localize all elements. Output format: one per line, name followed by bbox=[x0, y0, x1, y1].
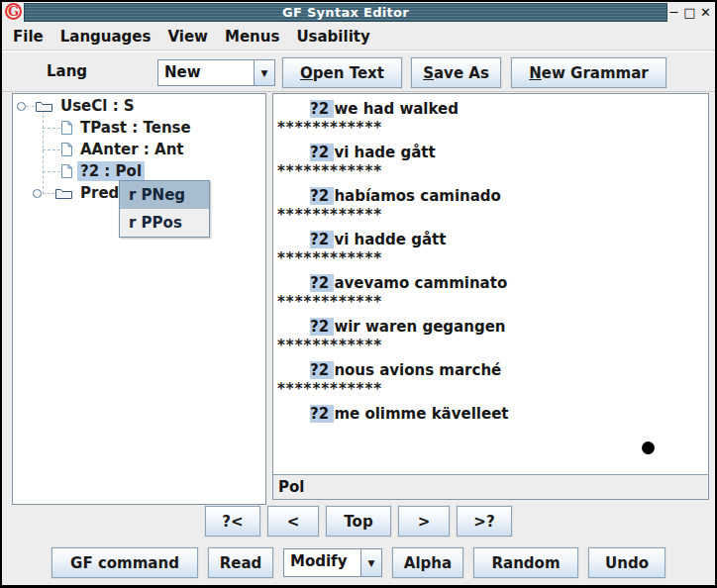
tree-connector bbox=[26, 106, 35, 107]
linearization-textarea[interactable]: ?2 we had walked ************ ?2 vi hade… bbox=[273, 94, 708, 475]
lang-combobox[interactable]: New ▼ bbox=[157, 59, 275, 86]
document-icon bbox=[60, 163, 73, 179]
navigation-row: ?< < Top > >? bbox=[2, 506, 715, 538]
new-grammar-button[interactable]: New Grammar bbox=[511, 57, 666, 88]
separator-stars: ************ bbox=[277, 338, 708, 359]
output-line: ?2 vi hadde gått bbox=[277, 229, 708, 250]
prev-metavariable-button[interactable]: ?< bbox=[205, 506, 260, 537]
modify-combobox[interactable]: Modify ▼ bbox=[283, 548, 382, 577]
modify-combobox-value: Modify bbox=[283, 548, 360, 577]
output-line: ?2 avevamo camminato bbox=[277, 272, 708, 294]
tree-connector bbox=[43, 193, 54, 194]
app-logo-icon: G bbox=[5, 3, 22, 20]
folder-icon bbox=[35, 99, 53, 113]
separator-stars: ************ bbox=[277, 120, 708, 142]
linearization-block: ?2 we had walked ************ bbox=[277, 98, 708, 142]
menu-bar: File Languages View Menus Usability bbox=[2, 24, 715, 50]
undo-button[interactable]: Undo bbox=[588, 547, 666, 578]
random-button[interactable]: Random bbox=[473, 547, 578, 578]
menu-file[interactable]: File bbox=[13, 28, 44, 46]
close-button[interactable]: ✕ bbox=[699, 2, 712, 23]
metavariable-highlight[interactable]: ?2 bbox=[310, 274, 334, 292]
linearization-block: ?2 avevamo camminato ************ bbox=[277, 272, 708, 316]
tree-connector bbox=[43, 110, 44, 194]
output-line: ?2 we had walked bbox=[277, 98, 708, 120]
open-text-button[interactable]: Open Text bbox=[282, 57, 402, 88]
alpha-button[interactable]: Alpha bbox=[392, 547, 463, 578]
document-icon bbox=[60, 142, 73, 157]
menu-menus[interactable]: Menus bbox=[225, 28, 279, 46]
output-line: ?2 me olimme kävelleet bbox=[277, 403, 708, 425]
output-line: ?2 vi hade gått bbox=[277, 142, 708, 163]
linearization-block: ?2 vi hadde gått ************ bbox=[277, 229, 708, 272]
syntax-tree-panel[interactable]: UseCl : S TPast : Tense AAnter : Ant ?2 … bbox=[12, 93, 266, 505]
titlebar: G GF Syntax Editor ─ □ ✕ bbox=[2, 2, 715, 23]
linearization-block: ?2 habíamos caminado ************ bbox=[277, 185, 708, 229]
document-icon bbox=[60, 120, 73, 136]
toolbar: Lang New ▼ Open Text Save As New Grammar bbox=[2, 51, 715, 92]
tree-connector bbox=[43, 171, 60, 172]
popup-item-pneg[interactable]: r PNeg bbox=[120, 181, 209, 209]
tree-node-usecl[interactable]: UseCl : S bbox=[35, 95, 138, 117]
lang-combobox-value: New bbox=[157, 59, 254, 86]
metavariable-highlight[interactable]: ?2 bbox=[310, 318, 334, 336]
separator-stars: ************ bbox=[277, 381, 708, 403]
minimize-button[interactable]: ─ bbox=[667, 2, 680, 23]
maximize-button[interactable]: □ bbox=[683, 2, 696, 23]
menu-usability[interactable]: Usability bbox=[296, 28, 369, 46]
tree-connector bbox=[43, 149, 60, 150]
expand-handle-icon[interactable] bbox=[17, 102, 26, 111]
metavariable-highlight[interactable]: ?2 bbox=[310, 405, 334, 423]
output-line: ?2 nous avions marché bbox=[277, 359, 708, 381]
status-bar: Pol bbox=[273, 475, 708, 499]
linearization-panel: ?2 we had walked ************ ?2 vi hade… bbox=[272, 93, 709, 500]
read-button[interactable]: Read bbox=[208, 547, 273, 578]
top-button[interactable]: Top bbox=[326, 506, 391, 537]
prev-node-button[interactable]: < bbox=[267, 506, 319, 537]
command-row: GF command Read Modify ▼ Alpha Random Un… bbox=[2, 547, 715, 578]
chevron-down-icon[interactable]: ▼ bbox=[360, 548, 382, 577]
metavariable-highlight[interactable]: ?2 bbox=[310, 100, 334, 118]
lang-label: Lang bbox=[47, 52, 87, 91]
folder-icon bbox=[54, 186, 73, 200]
linearization-block: ?2 me olimme kävelleet bbox=[277, 403, 708, 446]
collapse-handle-icon[interactable] bbox=[33, 189, 42, 198]
separator-stars: ************ bbox=[277, 294, 708, 316]
chevron-down-icon[interactable]: ▼ bbox=[254, 59, 275, 86]
linearization-block: ?2 wir waren gegangen ************ bbox=[277, 316, 708, 359]
titlebar-stripe[interactable]: GF Syntax Editor bbox=[24, 3, 667, 22]
linearization-block: ?2 nous avions marché ************ bbox=[277, 359, 708, 403]
separator-stars: ************ bbox=[277, 163, 708, 185]
separator-stars: ************ bbox=[277, 207, 708, 229]
tree-connector bbox=[43, 128, 60, 129]
popup-item-ppos[interactable]: r PPos bbox=[120, 209, 209, 237]
metavariable-highlight[interactable]: ?2 bbox=[310, 187, 334, 205]
cursor-dot bbox=[642, 441, 655, 454]
metavariable-highlight[interactable]: ?2 bbox=[310, 361, 334, 379]
next-metavariable-button[interactable]: >? bbox=[457, 506, 512, 537]
separator-stars: ************ bbox=[277, 250, 708, 272]
tree-node-aanter[interactable]: AAnter : Ant bbox=[60, 139, 187, 160]
gf-syntax-editor-window: G GF Syntax Editor ─ □ ✕ File Languages … bbox=[0, 0, 717, 588]
gf-command-button[interactable]: GF command bbox=[51, 547, 198, 578]
metavariable-highlight[interactable]: ?2 bbox=[310, 231, 334, 248]
metavariable-highlight[interactable]: ?2 bbox=[310, 144, 334, 161]
output-line: ?2 wir waren gegangen bbox=[277, 316, 708, 338]
menu-view[interactable]: View bbox=[167, 28, 208, 46]
output-line: ?2 habíamos caminado bbox=[277, 185, 708, 207]
tree-node-tpast[interactable]: TPast : Tense bbox=[60, 117, 194, 139]
linearization-block: ?2 vi hade gått ************ bbox=[277, 142, 708, 185]
focused-category-label: Pol bbox=[278, 478, 304, 496]
refinement-popup-menu: r PNeg r PPos bbox=[119, 180, 210, 238]
next-node-button[interactable]: > bbox=[398, 506, 450, 537]
menu-languages[interactable]: Languages bbox=[60, 28, 152, 46]
tree-node-pol-selected[interactable]: ?2 : Pol bbox=[60, 160, 145, 182]
save-as-button[interactable]: Save As bbox=[411, 57, 501, 88]
window-title: GF Syntax Editor bbox=[282, 5, 409, 20]
